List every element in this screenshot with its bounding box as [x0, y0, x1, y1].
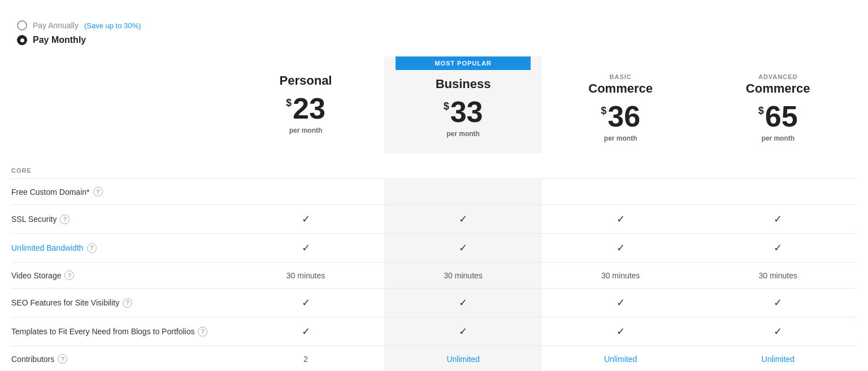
feature-ssl-name: SSL Security ? — [11, 215, 222, 224]
bandwidth-personal-cell: ✓ — [227, 234, 385, 263]
feature-bandwidth-text: Unlimited Bandwidth — [11, 243, 84, 252]
feature-bandwidth-name: Unlimited Bandwidth ? — [11, 243, 222, 253]
domain-basic-cell — [542, 179, 700, 205]
personal-price-wrap: $ 23 — [238, 94, 374, 123]
feature-ssl-name-cell: SSL Security ? — [11, 205, 227, 234]
bandwidth-help-icon[interactable]: ? — [87, 243, 97, 253]
advanced-commerce-header: ADVANCED Commerce $ 65 per month — [699, 56, 857, 154]
seo-personal-cell: ✓ — [227, 289, 385, 317]
feature-bandwidth-name-cell: Unlimited Bandwidth ? — [11, 234, 227, 263]
video-help-icon[interactable]: ? — [64, 270, 74, 280]
video-personal-cell: 30 minutes — [227, 263, 385, 289]
templates-basic-cell: ✓ — [542, 317, 700, 346]
contributors-advanced-cell: Unlimited — [699, 346, 857, 372]
annual-radio[interactable] — [17, 20, 27, 30]
ssl-personal-check: ✓ — [233, 213, 379, 225]
seo-personal-check: ✓ — [233, 296, 379, 309]
no-banner-3 — [710, 56, 845, 73]
seo-advanced-cell: ✓ — [699, 289, 857, 317]
advanced-commerce-price: 65 — [765, 102, 798, 131]
feature-domain-name: Free Custom Domain* ? — [11, 187, 222, 197]
feature-row-domain: Free Custom Domain* ? — [11, 179, 857, 205]
monthly-option[interactable]: Pay Monthly — [17, 35, 857, 45]
feature-row-contributors: Contributors ? 2 Unlimited Unlimited Unl… — [11, 346, 857, 372]
basic-commerce-small: BASIC — [553, 73, 688, 80]
feature-templates-name-cell: Templates to Fit Every Need from Blogs t… — [11, 317, 227, 346]
bandwidth-business-cell: ✓ — [384, 234, 542, 263]
video-business-cell: 30 minutes — [384, 263, 542, 289]
templates-business-cell: ✓ — [384, 317, 542, 346]
contributors-basic-value: Unlimited — [548, 355, 694, 364]
monthly-label: Pay Monthly — [33, 35, 86, 45]
ssl-basic-check: ✓ — [548, 213, 694, 225]
video-advanced-value: 30 minutes — [705, 271, 851, 280]
bandwidth-advanced-cell: ✓ — [699, 234, 857, 263]
seo-basic-check: ✓ — [548, 296, 694, 309]
ssl-basic-cell: ✓ — [542, 205, 700, 234]
domain-advanced-cell — [699, 179, 857, 205]
feature-row-ssl: SSL Security ? ✓ ✓ ✓ ✓ — [11, 205, 857, 234]
feature-seo-name: SEO Features for Site Visibility ? — [11, 298, 222, 308]
bandwidth-business-check: ✓ — [390, 242, 536, 254]
advanced-commerce-dollar: $ — [758, 105, 764, 117]
feature-video-name: Video Storage ? — [11, 270, 222, 280]
radio-dot — [20, 38, 24, 42]
contributors-advanced-value: Unlimited — [705, 355, 851, 364]
feature-templates-text: Templates to Fit Every Need from Blogs t… — [11, 327, 194, 336]
domain-help-icon[interactable]: ? — [93, 187, 103, 197]
feature-seo-name-cell: SEO Features for Site Visibility ? — [11, 289, 227, 317]
templates-basic-check: ✓ — [548, 325, 694, 338]
plan-header-advanced-commerce: ADVANCED Commerce $ 65 per month — [699, 56, 857, 154]
section-core-label: CORE — [11, 154, 857, 179]
bandwidth-basic-check: ✓ — [548, 242, 694, 254]
templates-personal-cell: ✓ — [227, 317, 385, 346]
feature-contributors-name: Contributors ? — [11, 354, 222, 364]
business-price-wrap: $ 33 — [396, 97, 531, 126]
annual-label: Pay Annually — [33, 21, 79, 30]
video-personal-value: 30 minutes — [233, 271, 379, 280]
templates-personal-check: ✓ — [233, 325, 379, 338]
advanced-commerce-price-wrap: $ 65 — [710, 102, 845, 131]
ssl-personal-cell: ✓ — [227, 205, 385, 234]
bandwidth-advanced-check: ✓ — [705, 242, 851, 254]
feature-video-text: Video Storage — [11, 271, 61, 280]
video-basic-cell: 30 minutes — [542, 263, 700, 289]
advanced-commerce-name: Commerce — [710, 81, 845, 96]
feature-domain-text: Free Custom Domain* — [11, 187, 90, 197]
basic-commerce-period: per month — [553, 134, 688, 142]
feature-row-bandwidth: Unlimited Bandwidth ? ✓ ✓ ✓ ✓ — [11, 234, 857, 263]
basic-commerce-price: 36 — [607, 102, 640, 131]
ssl-advanced-check: ✓ — [705, 213, 851, 225]
annual-option[interactable]: Pay Annually (Save up to 30%) — [17, 20, 857, 30]
contributors-basic-cell: Unlimited — [542, 346, 700, 372]
core-label: CORE — [11, 154, 857, 178]
seo-business-cell: ✓ — [384, 289, 542, 317]
feature-ssl-text: SSL Security — [11, 215, 57, 224]
ssl-help-icon[interactable]: ? — [60, 215, 70, 224]
feature-seo-text: SEO Features for Site Visibility — [11, 298, 119, 307]
no-banner-2 — [553, 56, 688, 73]
ssl-advanced-cell: ✓ — [699, 205, 857, 234]
bandwidth-basic-cell: ✓ — [542, 234, 700, 263]
video-basic-value: 30 minutes — [548, 271, 694, 280]
monthly-radio[interactable] — [17, 35, 27, 45]
feature-templates-name: Templates to Fit Every Need from Blogs t… — [11, 327, 222, 337]
templates-help-icon[interactable]: ? — [198, 327, 207, 337]
basic-commerce-name: Commerce — [553, 81, 688, 96]
feature-row-templates: Templates to Fit Every Need from Blogs t… — [11, 317, 857, 346]
business-price: 33 — [450, 97, 483, 126]
seo-help-icon[interactable]: ? — [123, 298, 132, 308]
pricing-page: Pay Annually (Save up to 30%) Pay Monthl… — [0, 0, 868, 371]
bandwidth-personal-check: ✓ — [233, 242, 379, 254]
personal-dollar: $ — [286, 97, 292, 109]
contributors-help-icon[interactable]: ? — [58, 354, 67, 364]
feature-contributors-name-cell: Contributors ? — [11, 346, 227, 372]
plan-header-basic-commerce: BASIC Commerce $ 36 per month — [542, 56, 700, 154]
ssl-business-check: ✓ — [390, 213, 536, 225]
feature-row-seo: SEO Features for Site Visibility ? ✓ ✓ ✓… — [11, 289, 857, 317]
seo-business-check: ✓ — [390, 296, 536, 309]
basic-commerce-price-wrap: $ 36 — [553, 102, 688, 131]
basic-commerce-dollar: $ — [601, 105, 606, 117]
contributors-personal-cell: 2 — [227, 346, 385, 372]
domain-business-cell — [384, 179, 542, 205]
